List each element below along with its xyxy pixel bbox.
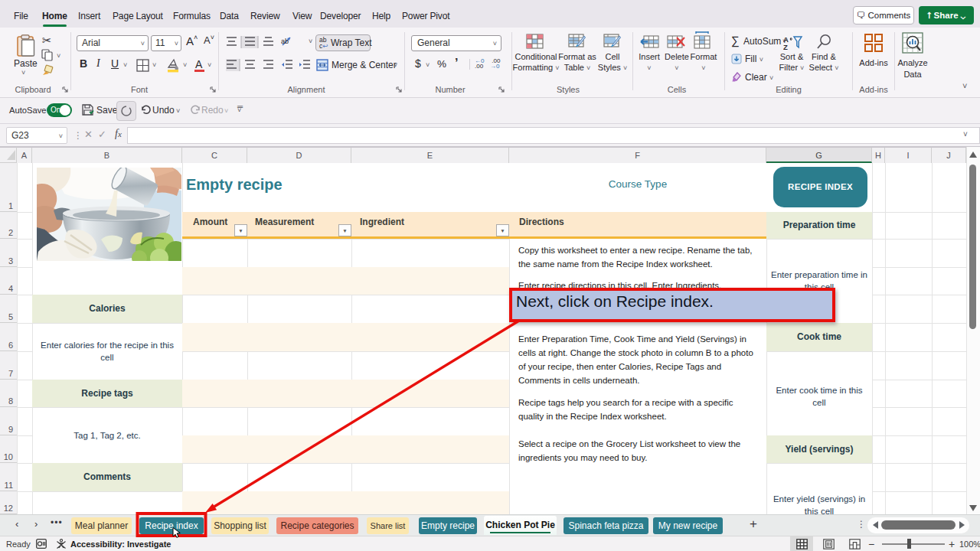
svg-text:Z: Z [783, 43, 788, 51]
svg-text:ab: ab [281, 37, 289, 45]
